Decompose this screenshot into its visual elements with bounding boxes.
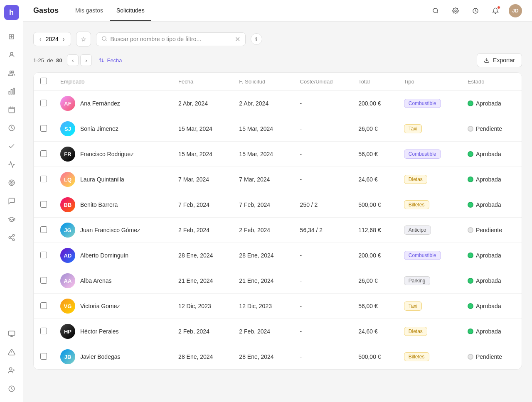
clock-button[interactable] [469, 4, 482, 17]
row-checkbox[interactable] [40, 226, 47, 233]
sidebar-item-dashboard[interactable]: ⊞ [3, 28, 20, 45]
row-checkbox[interactable] [40, 328, 47, 334]
year-selector[interactable]: ‹ 2024 › [33, 32, 71, 46]
employee-cell: VG Victoria Gomez [54, 294, 172, 319]
employee-name: Laura Quintanilla [80, 176, 124, 183]
search-clear-button[interactable]: ✕ [235, 35, 240, 43]
tipo-cell: Combustible [397, 91, 461, 116]
employee-cell: FR Francisco Rodriguez [54, 142, 172, 167]
tipo-tag: Parking [404, 276, 430, 285]
row-checkbox[interactable] [40, 277, 47, 284]
status-label: Pendiente [476, 125, 502, 132]
coste-unidad-cell: - [293, 142, 352, 167]
status-label: Aprobada [476, 151, 501, 157]
estado-cell: Aprobada [461, 142, 522, 167]
employee-name: Juan Francisco Gómez [80, 227, 140, 233]
info-button[interactable]: ℹ [251, 33, 262, 45]
employee-name: Héctor Perales [80, 328, 119, 335]
status-dot [468, 100, 473, 106]
year-next-button[interactable]: › [62, 35, 66, 43]
svg-point-30 [455, 10, 456, 12]
estado-cell: Aprobada [461, 268, 522, 294]
row-checkbox[interactable] [40, 252, 47, 258]
col-total: Total [352, 73, 397, 91]
sidebar-item-education[interactable] [3, 211, 20, 228]
row-checkbox[interactable] [40, 125, 47, 132]
sidebar-item-add-user[interactable] [3, 362, 20, 379]
sidebar-item-person[interactable] [3, 47, 20, 63]
sidebar-item-warning[interactable] [3, 344, 20, 360]
page-prev-button[interactable]: ‹ [67, 54, 79, 66]
row-checkbox-cell [34, 268, 54, 294]
notifications-button[interactable] [489, 4, 502, 17]
estado-cell: Aprobada [461, 167, 522, 192]
row-checkbox-cell [34, 344, 54, 370]
row-checkbox[interactable] [40, 176, 47, 182]
tipo-cell: Dietas [397, 319, 461, 344]
status-label: Aprobada [476, 303, 501, 309]
sidebar-item-calendar[interactable] [3, 101, 20, 118]
employee-cell: JG Juan Francisco Gómez [54, 218, 172, 243]
tipo-cell: Billetes [397, 344, 461, 370]
svg-point-24 [9, 368, 12, 370]
col-tipo: Tipo [397, 73, 461, 91]
year-prev-button[interactable]: ‹ [39, 35, 42, 43]
row-checkbox-cell [34, 192, 54, 218]
sort-button[interactable]: Fecha [99, 57, 122, 64]
sidebar-item-chat[interactable] [3, 193, 20, 209]
nav-solicitudes[interactable]: Solicitudes [110, 0, 151, 21]
sidebar-item-clock[interactable] [3, 120, 20, 136]
tipo-cell: Billetes [397, 192, 461, 218]
tipo-tag: Dietas [404, 327, 427, 336]
search-button[interactable] [429, 4, 442, 17]
coste-unidad-cell: - [293, 344, 352, 370]
employee-cell: AA Alba Arenas [54, 268, 172, 294]
tipo-tag: Combustible [404, 99, 441, 108]
row-checkbox[interactable] [40, 353, 47, 360]
settings-button[interactable] [449, 4, 462, 17]
date-cell: 15 Mar, 2024 [172, 116, 232, 142]
total-cell: 26,00 € [352, 268, 397, 294]
sidebar-item-chart[interactable] [3, 83, 20, 100]
table-row: AA Alba Arenas 21 Ene, 2024 21 Ene, 2024… [34, 268, 522, 294]
status-dot [468, 328, 473, 334]
table-row: AF Ana Fernández 2 Abr, 2024 2 Abr, 2024… [34, 91, 522, 116]
page-next-button[interactable]: › [80, 54, 92, 66]
estado-cell: Aprobada [461, 294, 522, 319]
select-all-checkbox[interactable] [40, 78, 47, 84]
sidebar-item-check[interactable] [3, 138, 20, 154]
search-input[interactable] [111, 36, 232, 42]
sidebar-item-people[interactable] [3, 65, 20, 81]
row-checkbox[interactable] [40, 150, 47, 157]
row-checkbox[interactable] [40, 100, 47, 106]
status-label: Aprobada [476, 277, 501, 284]
export-button[interactable]: Exportar [477, 53, 522, 67]
nav-mis-gastos[interactable]: Mis gastos [69, 0, 110, 21]
svg-rect-6 [9, 107, 15, 113]
svg-point-15 [9, 237, 11, 239]
sidebar-item-target[interactable] [3, 174, 20, 191]
avatar: BB [60, 197, 75, 212]
svg-line-29 [437, 12, 438, 13]
date-cell: 28 Ene, 2024 [172, 344, 232, 370]
search-box: ✕ [96, 32, 246, 46]
svg-point-16 [12, 239, 15, 241]
avatar: AD [60, 248, 75, 263]
employee-cell: HP Héctor Perales [54, 319, 172, 344]
row-checkbox[interactable] [40, 302, 47, 309]
favorites-button[interactable]: ☆ [76, 32, 91, 47]
expenses-table: Empleado Fecha F. Solicitud Coste/Unidad… [34, 73, 522, 369]
user-avatar[interactable]: JD [509, 4, 522, 17]
tipo-cell: Taxi [397, 294, 461, 319]
sidebar-item-history[interactable] [3, 380, 20, 397]
row-checkbox[interactable] [40, 201, 47, 208]
col-estado: Estado [461, 73, 522, 91]
f-solicitud-cell: 7 Feb, 2024 [232, 192, 293, 218]
total-cell: 56,00 € [352, 294, 397, 319]
status-label: Aprobada [476, 100, 501, 107]
avatar: SJ [60, 121, 75, 136]
sidebar-item-analytics[interactable] [3, 156, 20, 173]
sidebar-item-integrations[interactable] [3, 229, 20, 246]
col-f-solicitud: F. Solicitud [232, 73, 293, 91]
sidebar-item-screen[interactable] [3, 326, 20, 342]
